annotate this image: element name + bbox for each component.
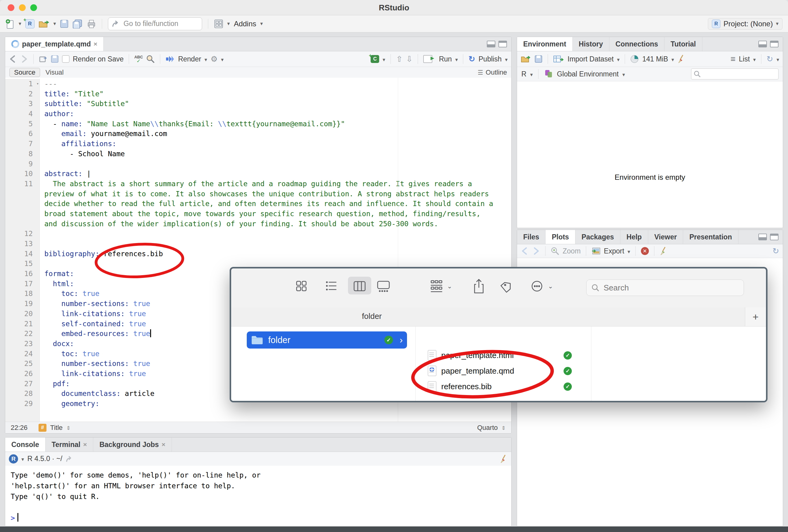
close-tab-icon[interactable] [161,441,165,448]
minimize-pane-icon[interactable] [759,41,767,47]
memory-caret-icon[interactable] [671,55,674,63]
run-previous-icon[interactable] [396,55,403,64]
new-file-caret-icon[interactable] [19,20,21,27]
code-line[interactable]: - name: "Name Last Name\\thanks{Email: \… [44,119,511,129]
publish-button[interactable]: Publish [478,55,501,63]
language-caret-icon[interactable] [530,70,533,78]
refresh-caret-icon[interactable] [776,55,779,63]
insert-chunk-caret-icon[interactable] [382,55,385,63]
code-line[interactable]: title: "Title" [44,89,511,99]
memory-usage-label[interactable]: 141 MiB [642,55,668,63]
forward-icon[interactable] [20,55,28,63]
run-caret-icon[interactable] [455,55,458,63]
share-path-icon[interactable] [66,456,74,462]
pane-layout-caret-icon[interactable] [227,20,230,27]
list-view-icon[interactable] [324,278,338,295]
tab-viewer[interactable]: Viewer [648,230,684,244]
new-project-icon[interactable]: R+ [25,19,35,28]
code-line[interactable]: --- [44,79,511,89]
gallery-view-icon[interactable] [376,278,391,295]
save-icon[interactable] [60,20,68,28]
spellcheck-icon[interactable]: ABC✓ [134,55,143,63]
code-line[interactable] [44,229,511,239]
close-tab-icon[interactable] [94,40,97,48]
console-output[interactable]: Type 'demo()' for some demos, 'help()' f… [5,466,511,526]
share-icon[interactable] [473,278,485,295]
gear-icon[interactable] [210,55,217,64]
maximize-pane-icon[interactable] [770,41,779,47]
new-file-icon[interactable] [5,19,15,29]
icon-view-icon[interactable] [295,278,308,295]
tab-background-jobs[interactable]: Background Jobs [93,437,172,452]
previous-plot-icon[interactable] [521,247,529,255]
more-actions-icon[interactable] [530,278,544,295]
close-tab-icon[interactable] [83,441,87,448]
remove-plot-icon[interactable]: ✕ [641,247,649,255]
r-version-caret-icon[interactable] [21,455,24,463]
save-workspace-icon[interactable] [534,55,543,63]
finder-search-input[interactable] [603,283,721,293]
code-line[interactable]: preview of what it is to come. It also s… [44,189,511,199]
insert-chunk-icon[interactable]: +C [371,55,379,63]
code-line[interactable]: - School Name [44,149,511,159]
fold-toggle-icon[interactable] [36,79,39,89]
group-by-icon[interactable] [429,278,444,295]
finder-window[interactable]: ⌄ ⌄ folder folder paper_template.htmlpap… [230,267,768,402]
gear-caret-icon[interactable] [221,55,224,63]
tab-console[interactable]: Console [5,437,45,452]
code-line[interactable]: and discussion of the wider implication(… [44,219,511,229]
clear-plots-broom-icon[interactable] [659,247,668,256]
scope-caret-icon[interactable] [622,70,625,78]
code-line[interactable]: decide whether to read the full article,… [44,199,511,209]
tab-history[interactable]: History [573,37,609,51]
list-view-selector[interactable]: List [739,55,750,63]
outline-toggle[interactable]: Outline [478,68,507,76]
code-line[interactable] [44,239,511,249]
open-file-icon[interactable] [39,19,50,28]
maximize-pane-icon[interactable] [770,234,779,240]
section-selector[interactable]: Title [50,424,63,432]
code-line[interactable]: email: yourname@email.com [44,129,511,139]
tab-files[interactable]: Files [517,230,546,244]
tab-help[interactable]: Help [620,230,648,244]
code-line[interactable] [44,159,511,169]
list-view-caret-icon[interactable] [753,55,756,63]
search-icon[interactable] [146,55,155,63]
finder-file-row[interactable]: paper_template.html [422,349,587,362]
export-caret-icon[interactable] [628,247,630,255]
column-separator[interactable] [591,327,591,401]
console-prompt-row[interactable]: > [11,513,511,524]
tab-environment[interactable]: Environment [517,37,573,51]
visual-mode-button[interactable]: Visual [45,68,64,76]
finder-file-row[interactable]: paper_template.qmd [422,364,587,378]
load-workspace-icon[interactable] [521,55,531,63]
zoom-plot-button[interactable]: Zoom [563,247,581,255]
minimize-pane-icon[interactable] [759,234,767,240]
save-all-icon[interactable] [73,19,83,28]
file-format-label[interactable]: Quarto [477,424,497,432]
minimize-pane-icon[interactable] [487,41,495,47]
tab-packages[interactable]: Packages [575,230,620,244]
tab-connections[interactable]: Connections [609,37,665,51]
goto-file-function-box[interactable]: Go to file/function [108,17,202,30]
project-selector[interactable]: R Project: (None) [708,18,783,29]
scope-selector[interactable]: Global Environment [557,70,618,78]
code-line[interactable]: abstract: | [44,169,511,179]
save-icon[interactable] [51,55,59,63]
open-in-window-icon[interactable] [39,55,47,63]
code-line[interactable]: The abstract is a short summary of the a… [44,179,511,189]
publish-caret-icon[interactable] [505,55,508,63]
import-dataset-caret-icon[interactable] [617,55,620,63]
code-line[interactable]: affiliations: [44,139,511,149]
finder-search-box[interactable] [586,279,744,296]
language-selector[interactable]: R [521,70,527,78]
render-on-save-checkbox[interactable] [62,55,70,63]
run-next-icon[interactable] [406,55,413,64]
environment-search-input[interactable] [702,70,765,78]
tab-presentation[interactable]: Presentation [683,230,738,244]
next-plot-icon[interactable] [532,247,540,255]
clear-environment-broom-icon[interactable] [677,55,685,64]
tab-plots[interactable]: Plots [546,230,575,244]
code-line[interactable]: subtitle: "Subtitle" [44,99,511,109]
code-line[interactable]: bibliography: references.bib [44,249,511,259]
